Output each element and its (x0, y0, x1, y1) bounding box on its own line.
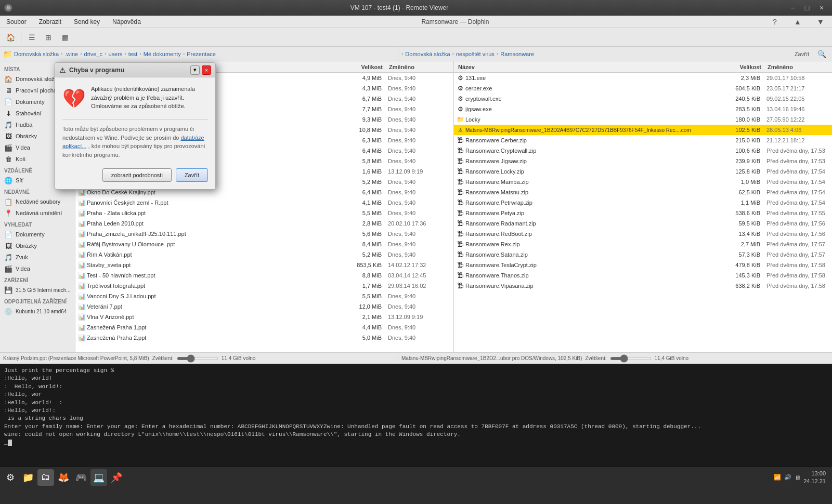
table-row[interactable]: 🗜Ransomware.Vipasana.zip638,2 KiBPřed dv… (454, 281, 832, 291)
bc-r-home[interactable]: Domovská složka (405, 51, 450, 57)
table-row[interactable]: 🗜Ransomware.Cerber.zip215,0 KiB21.12.21 … (454, 135, 832, 145)
taskbar-firefox[interactable]: 🦊 (55, 469, 72, 486)
bc-prezentace[interactable]: Prezentace (187, 51, 216, 57)
table-row[interactable]: 🗜Ransomware.Cryptowall.zip100,6 KiBPřed … (454, 145, 832, 156)
table-row[interactable]: 📊Zasnežená Praha 1.ppt4,4 MiBDnes, 9:40 (75, 322, 453, 333)
help-button[interactable]: ? (768, 15, 782, 29)
left-header-date[interactable]: Změněno (386, 64, 453, 70)
table-row[interactable]: 📊Řím A Vatikán.ppt5,2 MiBDnes, 9:40 (75, 249, 453, 260)
table-row[interactable]: 📊Test - 50 hlavních mest.ppt8,8 MiB03.04… (75, 270, 453, 281)
right-zoom-slider[interactable] (610, 357, 652, 360)
menu-sendkey[interactable]: Send key (72, 17, 102, 26)
taskbar: ⚙ 📁 🗂 🦊 🎮 💻 📌 📶 🔊 🖥 13:00 24.12.21 (0, 467, 832, 487)
dialog-secondary-text: Toto může být způsobeno problémem v prog… (62, 126, 194, 141)
table-row[interactable]: 📊Ráfáj-Bystrovany U Olomouce .ppt8,4 MiB… (75, 239, 453, 249)
taskbar-apps[interactable]: 🎮 (73, 469, 89, 486)
sidebar-item-recent-places[interactable]: 📍Nedávná umístění (0, 207, 75, 219)
right-header-name[interactable]: Název (454, 64, 718, 70)
table-row[interactable]: 🗜Ransomware.Jigsaw.zip239,9 KiBPřed dvěm… (454, 156, 832, 166)
table-row[interactable]: ⚠Matsnu-MBRwipingRansomware_1B2D2A4B97C7… (454, 125, 832, 135)
menu-napoveda[interactable]: Nápověda (110, 17, 143, 26)
table-row[interactable]: 🗜Ransomware.Satana.zip57,3 KiBPřed dvěma… (454, 249, 832, 260)
left-header-size[interactable]: Velikost (339, 64, 386, 70)
taskbar-dolphin[interactable]: 🗂 (37, 469, 54, 486)
table-row[interactable]: 📊Stavby_sveta.ppt853,5 KiB14.02.12 17:32 (75, 260, 453, 270)
taskbar-terminal[interactable]: 💻 (90, 469, 107, 486)
table-row[interactable]: 🗜Ransomware.Rex.zip2,7 MiBPřed dvěma dny… (454, 239, 832, 249)
table-row[interactable]: 📊Vanocni Dny S J.Ladou.ppt5,5 MiBDnes, 9… (75, 291, 453, 301)
dialog-details-button[interactable]: zobrazit podrobnosti (102, 168, 172, 182)
menu-zobrazit[interactable]: Zobrazit (37, 17, 63, 26)
table-row[interactable]: 📊Vlna V Arizoně.ppt2,1 MiB13.12.09 9:19 (75, 312, 453, 322)
menu-soubor[interactable]: Soubor (4, 17, 29, 26)
table-row[interactable]: ⚙131.exe2,3 MiB29.01.17 10:58 (454, 73, 832, 83)
taskbar-pin[interactable]: 📌 (108, 469, 125, 486)
tray-clock: 13:00 24.12.21 (803, 470, 826, 485)
table-row[interactable]: 📊Veteráni 7.ppt12,0 MiBDnes, 9:40 (75, 301, 453, 312)
sidebar-search-audio[interactable]: 🎵Zvuk (0, 251, 75, 263)
bc-home[interactable]: Domovská složka (14, 51, 59, 57)
dialog-close-btn[interactable]: Zavřít (176, 168, 208, 182)
left-zoom-label: Zvětšení: (152, 355, 174, 361)
table-row[interactable]: 📊Praha Leden 2010.ppt2,8 MiB20.02.10 17:… (75, 218, 453, 229)
view-grid[interactable]: ⊞ (41, 30, 56, 45)
bc-r-virus[interactable]: nespoštět virus (456, 51, 495, 57)
toolbar-home[interactable]: 🏠 (3, 30, 18, 45)
bc-test[interactable]: test (128, 51, 138, 57)
table-row[interactable]: ⚙jigsaw.exe283,5 KiB13.04.16 19:46 (454, 104, 832, 114)
search-docs-icon: 📄 (4, 230, 12, 238)
table-row[interactable]: 🗜Ransomware.Thanos.zip145,3 KiBPřed dvěm… (454, 270, 832, 281)
left-zoom-slider[interactable] (177, 357, 218, 360)
sidebar-search-docs[interactable]: 📄Dokumenty (0, 229, 75, 240)
home-icon: 🏠 (4, 75, 12, 83)
table-row[interactable]: 🗜Ransomware.Matsnu.zip62,5 KiBPřed dvěma… (454, 187, 832, 197)
maximize-button[interactable]: □ (801, 3, 813, 12)
taskbar-settings[interactable]: ⚙ (2, 469, 19, 486)
table-row[interactable]: 🗜Ransomware.Petya.zip538,6 KiBPřed dvěma… (454, 208, 832, 218)
sidebar-search-video[interactable]: 🎬Videa (0, 263, 75, 274)
table-row[interactable]: 🗜Ransomware.Mamba.zip1,0 MiBPřed dvěma d… (454, 177, 832, 187)
table-row[interactable]: 📊Zasnežená Praha 2.ppt5,0 MiBDnes, 9:40 (75, 333, 453, 343)
dialog-close-button[interactable]: × (202, 65, 211, 75)
bc-r-ramsonware[interactable]: Ramsonware (500, 51, 534, 57)
search-button[interactable]: 🔍 (814, 47, 829, 61)
window-icon: 🖥 (4, 4, 12, 12)
file-icon: 📊 (76, 293, 87, 300)
view-list[interactable]: ☰ (24, 30, 39, 45)
taskbar-filemanager[interactable]: 📁 (20, 469, 36, 486)
table-row[interactable]: 📊Trpělivost fotografa.ppt1,7 MiB29.03.14… (75, 281, 453, 291)
terminal[interactable]: Just print the percentage sign % :Hello,… (0, 364, 832, 467)
zip-icon: 🗜 (455, 282, 465, 289)
file-icon: 📊 (76, 282, 87, 289)
bc-wine[interactable]: .wine (65, 51, 79, 57)
close-pane-button[interactable]: Zavřít (791, 47, 812, 61)
close-button[interactable]: × (815, 3, 828, 12)
bc-mydocs[interactable]: Mé dokumenty (144, 51, 181, 57)
bc-users[interactable]: users (108, 51, 122, 57)
nav-up-button[interactable]: ▲ (790, 15, 805, 29)
dialog-rollup-button[interactable]: ▾ (190, 65, 200, 75)
table-row[interactable]: 📊Praha - Zlata ulicka.ppt5,5 MiBDnes, 9:… (75, 208, 453, 218)
right-header-size[interactable]: Velikost (718, 64, 764, 70)
dialog-error-icon: 💔 (62, 85, 86, 113)
minimize-button[interactable]: − (786, 3, 799, 12)
sidebar-item-kubuntu[interactable]: 💿Kubuntu 21.10 amd64 (0, 306, 75, 317)
table-row[interactable]: 🗜Ransomware.RedBoot.zip13,4 KiBPřed dvěm… (454, 229, 832, 239)
table-row[interactable]: ⚙cryptowall.exe240,5 KiB09.02.15 22:05 (454, 94, 832, 104)
table-row[interactable]: 📁Locky180,0 KiB27.05.90 12:22 (454, 114, 832, 125)
taskbar-tray: 📶 🔊 🖥 13:00 24.12.21 (770, 470, 830, 485)
table-row[interactable]: 🗜Ransomware.Petrwrap.zip1,1 MiBPřed dvěm… (454, 197, 832, 208)
table-row[interactable]: ⚙cerber.exe604,5 KiB23.05.17 21:17 (454, 83, 832, 94)
table-row[interactable]: 🗜Ransomware.Locky.zip125,8 KiBPřed dvěma… (454, 166, 832, 177)
view-detail[interactable]: ▦ (58, 30, 72, 45)
table-row[interactable]: 📊Panovníci Českých zemí - R.ppt4,1 MiBDn… (75, 197, 453, 208)
table-row[interactable]: 📊Praha_zmizela_unikat!FJ25.10.111.ppt5,6… (75, 229, 453, 239)
sidebar-item-recent-files[interactable]: 📋Nedávné soubory (0, 196, 75, 207)
nav-down-button[interactable]: ▼ (813, 15, 828, 29)
sidebar-item-hdd[interactable]: 💾31,5 GiB Interní mech... (0, 284, 75, 296)
bc-drivec[interactable]: drive_c (84, 51, 102, 57)
table-row[interactable]: 🗜Ransomware.TeslaCrypt.zip479,8 KiBPřed … (454, 260, 832, 270)
right-header-date[interactable]: Změněno (764, 64, 832, 70)
sidebar-search-images[interactable]: 🖼Obrázky (0, 240, 75, 251)
table-row[interactable]: 🗜Ransomware.Radamant.zip59,5 KiBPřed dvě… (454, 218, 832, 229)
